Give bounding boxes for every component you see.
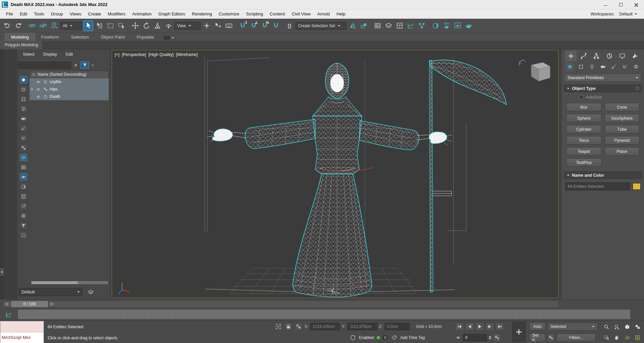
utilities-tab-icon[interactable]	[629, 51, 641, 61]
list-item-hips[interactable]: Hips	[30, 85, 109, 93]
systems-category-icon[interactable]	[632, 63, 640, 71]
zoom-extents-all-icon[interactable]	[633, 322, 642, 332]
expand-icon[interactable]	[32, 88, 34, 91]
menu-arnold[interactable]: Arnold	[314, 9, 333, 18]
tab-selection[interactable]: Selection	[65, 33, 95, 41]
create-tab-icon[interactable]	[565, 51, 577, 61]
viewport-general-menu[interactable]: [+]	[115, 52, 119, 57]
curve-editor-button[interactable]	[406, 20, 416, 31]
viewcube[interactable]	[517, 58, 553, 86]
box-button[interactable]: Box	[567, 103, 601, 111]
menu-civil-view[interactable]: Civil View	[288, 9, 314, 18]
modify-tab-icon[interactable]	[578, 51, 589, 61]
filter-bones-icon[interactable]	[20, 144, 27, 151]
rollout-pin-icon[interactable]	[636, 87, 639, 90]
tab-object-paint[interactable]: Object Paint	[95, 33, 131, 41]
next-frame-button[interactable]	[485, 323, 494, 331]
menu-views[interactable]: Views	[66, 9, 85, 18]
keyboard-shortcut-override-toggle[interactable]	[224, 20, 234, 31]
create-key-button[interactable]	[512, 322, 526, 342]
use-pivot-point-center-button[interactable]	[202, 20, 212, 31]
render-setup-button[interactable]	[441, 20, 451, 31]
viewport-quality-menu[interactable]: [High Quality]	[149, 52, 174, 57]
viewport[interactable]: [+] [Perspective] [High Quality] [Wirefr…	[112, 50, 558, 298]
menu-modifiers[interactable]: Modifiers	[104, 9, 129, 18]
layer-manager-icon[interactable]	[86, 288, 95, 296]
z-coordinate-field[interactable]: 0,0cm	[385, 323, 410, 330]
play-button[interactable]	[475, 323, 484, 331]
eye-icon[interactable]	[36, 87, 41, 92]
previous-frame-button[interactable]	[465, 323, 474, 331]
menu-animation[interactable]: Animation	[129, 9, 155, 18]
filter-selection-sets-icon[interactable]	[20, 203, 27, 210]
cone-button[interactable]: Cone	[605, 103, 640, 111]
hierarchy-tab-icon[interactable]	[591, 51, 602, 61]
geosphere-button[interactable]: GeoSphere	[605, 114, 640, 122]
rendered-frame-window-button[interactable]	[452, 20, 463, 31]
menu-tools[interactable]: Tools	[31, 9, 47, 18]
filter-materials-icon[interactable]	[20, 183, 27, 190]
menu-content[interactable]: Content	[266, 9, 288, 18]
object-name-field[interactable]: 64 Entities Selected	[565, 182, 630, 190]
maxscript-mini-listener[interactable]: MAXScript Mini	[0, 321, 44, 343]
maximize-viewport-icon[interactable]	[633, 333, 642, 342]
angle-snap-toggle[interactable]: ∠	[249, 20, 259, 31]
filter-custom-icon[interactable]	[20, 222, 27, 229]
material-editor-button[interactable]	[430, 20, 440, 31]
menu-scripting[interactable]: Scripting	[243, 9, 267, 18]
spinner-snap-toggle[interactable]	[271, 20, 281, 31]
absolute-offset-mode-icon[interactable]	[294, 323, 303, 331]
viewport-canvas[interactable]	[112, 50, 558, 298]
tab-populate[interactable]: Populate	[131, 33, 160, 41]
rectangular-selection-region-button[interactable]	[105, 20, 115, 31]
current-frame-field[interactable]: 0	[463, 334, 487, 341]
schematic-view-button[interactable]	[417, 20, 427, 31]
menu-file[interactable]: File	[3, 9, 16, 18]
auto-key-button[interactable]: Auto	[529, 323, 545, 331]
explorer-menu-select[interactable]: Select	[23, 52, 35, 57]
eye-icon[interactable]	[36, 94, 41, 100]
filter-containers-icon[interactable]	[20, 193, 27, 200]
reference-coordinate-system-dropdown[interactable]: View	[174, 22, 201, 30]
go-to-start-button[interactable]	[455, 323, 464, 331]
primitive-category-dropdown[interactable]: Standard Primitives	[565, 73, 641, 82]
toggle-ribbon-button[interactable]	[394, 20, 405, 31]
pyramid-button[interactable]: Pyramid	[605, 136, 640, 145]
add-time-tag[interactable]: Add Time Tag	[400, 335, 425, 340]
zoom-extents-icon[interactable]	[623, 322, 632, 332]
list-item-scythe[interactable]: scythe	[30, 78, 109, 85]
selection-filter-dropdown[interactable]: All	[60, 22, 82, 30]
select-and-rotate-button[interactable]	[141, 20, 151, 31]
active-layer-dropdown[interactable]: Default	[19, 288, 83, 296]
mirror-button[interactable]	[347, 20, 358, 31]
select-by-name-button[interactable]	[94, 20, 104, 31]
selection-lock-icon[interactable]	[284, 323, 292, 331]
select-and-move-button[interactable]	[130, 20, 140, 31]
display-tab-icon[interactable]	[616, 51, 628, 61]
menu-graph-editors[interactable]: Graph Editors	[155, 9, 189, 18]
geometry-category-icon[interactable]	[566, 63, 574, 71]
isolate-selection-icon[interactable]	[274, 323, 282, 331]
pan-icon[interactable]	[612, 333, 622, 342]
time-slider-handle[interactable]: 0 / 100	[11, 301, 48, 307]
clear-search-icon[interactable]: ✕	[73, 62, 79, 68]
tab-freeform[interactable]: Freeform	[35, 33, 65, 41]
render-production-button[interactable]	[464, 20, 474, 31]
textplus-button[interactable]: TextPlus	[567, 158, 601, 167]
filter-lights-icon[interactable]	[20, 105, 27, 112]
tab-modeling[interactable]: Modeling	[5, 33, 35, 41]
teapot-button[interactable]: Teapot	[567, 147, 601, 156]
select-and-scale-button[interactable]	[152, 20, 162, 31]
eye-icon[interactable]	[36, 79, 41, 85]
edit-named-selection-sets-button[interactable]: {}	[284, 20, 294, 31]
tube-button[interactable]: Tube	[605, 125, 640, 133]
key-filters-button[interactable]: Filters...	[557, 334, 596, 342]
toggle-scene-explorer-button[interactable]	[372, 20, 382, 31]
filter-xrefs-icon[interactable]	[20, 164, 27, 171]
workspaces-dropdown[interactable]: Default	[617, 11, 639, 17]
x-coordinate-field[interactable]: 1224,109cm	[310, 323, 340, 330]
scrollbar-thumb[interactable]	[32, 281, 78, 284]
select-and-place-button[interactable]	[163, 20, 173, 31]
name-and-color-rollout[interactable]: Name and Color	[564, 171, 642, 179]
frame-spinner[interactable]	[489, 335, 491, 341]
